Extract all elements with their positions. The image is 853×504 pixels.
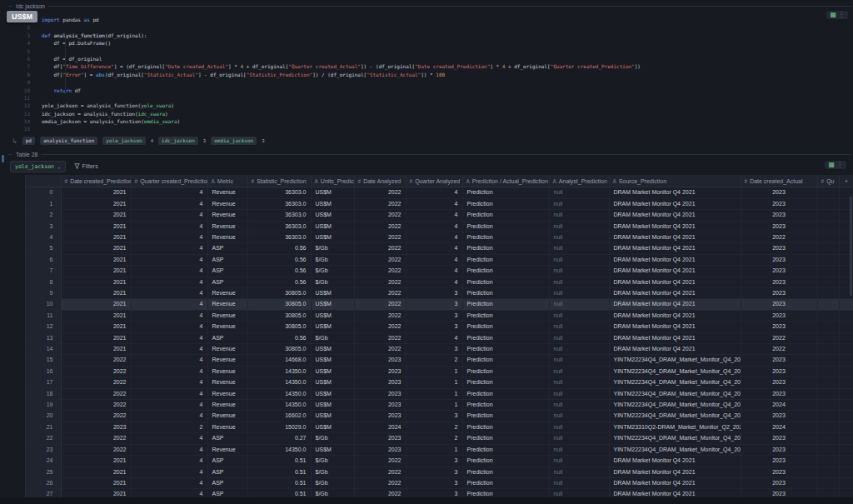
code-line[interactable]: 12yole_jackson = analysis_function(yole_… <box>8 102 853 109</box>
table-cell: 2022 <box>354 243 406 254</box>
output-variable-chip[interactable]: omdia_jackson <box>211 137 257 145</box>
table-row[interactable]: 1320214ASP0.56$/Gb20224PredictionnullDRA… <box>26 332 853 343</box>
cell-actions[interactable]: ▦ ⋮ <box>826 11 848 19</box>
output-variable-chip[interactable]: idc_jackson <box>158 137 198 145</box>
table-row[interactable]: 420214Revenue36303.0US$M20224Predictionn… <box>26 232 853 242</box>
table-row[interactable]: 2420214ASP0.51$/Gb20223PredictionnullDRA… <box>26 456 853 467</box>
column-header[interactable]: AUnits_Prediction <box>311 175 354 187</box>
table-actions[interactable]: ▦ ⋮ <box>825 161 846 169</box>
code-editor[interactable]: 1import pandas as pd23def analysis_funct… <box>8 9 853 133</box>
column-header-label: Date created_Actual <box>750 178 802 184</box>
table-cell: DRAM Market Monitor Q4 2021 <box>609 467 741 477</box>
code-line[interactable]: 7 df["Time Difference"] = (df_original["… <box>8 62 853 70</box>
column-header[interactable]: #Quarter created_Prediction <box>131 175 207 187</box>
table-row[interactable]: 1720224Revenue14350.0US$M20231Prediction… <box>26 377 853 388</box>
column-header[interactable]: #Date created_Actual <box>741 175 817 187</box>
table-cell: DRAM Market Monitor Q4 2021 <box>609 277 741 287</box>
table-row[interactable]: 220214Revenue36303.0US$M20224Predictionn… <box>26 210 853 221</box>
code-line[interactable]: 15 <box>8 125 853 132</box>
column-header[interactable]: APrediction / Actual_Prediction <box>462 175 549 187</box>
table-row[interactable]: 1620224Revenue14350.0US$M20231Prediction… <box>26 366 853 377</box>
row-index: 14 <box>26 344 61 355</box>
table-row[interactable]: 1220214Revenue30805.0US$M20223Prediction… <box>26 322 853 332</box>
table-cell: 1 <box>406 400 462 411</box>
table-row[interactable]: 1820224Revenue14350.0US$M20231Prediction… <box>26 388 853 399</box>
table-cell: 2023 <box>741 366 817 377</box>
table-row[interactable]: 2320224Revenue14350.0US$M20231Prediction… <box>26 444 853 455</box>
code-line[interactable]: 8 df["Error"] = abs(df_original["Statist… <box>8 71 853 78</box>
table-cell: 2021 <box>61 322 131 332</box>
row-index: 2 <box>26 210 61 221</box>
table-row[interactable]: 1420214Revenue30805.0US$M20223Prediction… <box>26 344 853 355</box>
table-cell: 2021 <box>61 198 131 209</box>
table-row[interactable]: 520214ASP0.56$/Gb20224PredictionnullDRAM… <box>26 243 853 254</box>
table-row[interactable]: 1920224Revenue14350.0US$M20231Prediction… <box>26 400 853 411</box>
table-cell: ASP <box>207 477 247 488</box>
table-cell: Revenue <box>207 322 247 332</box>
code-line[interactable]: 4 df = pd.DataFrame() <box>8 39 853 47</box>
code-line[interactable]: 10 return df <box>8 87 853 94</box>
column-header[interactable]: #Statistic_Prediction <box>247 175 311 187</box>
column-header[interactable]: AMetric <box>207 175 247 187</box>
add-column-button[interactable]: + <box>839 175 853 187</box>
table-row[interactable]: 720214ASP0.56$/Gb20224PredictionnullDRAM… <box>26 266 853 277</box>
code-line[interactable]: 9 <box>8 78 853 86</box>
table-cell: 0.56 <box>247 266 311 277</box>
table-row[interactable]: 620214ASP0.56$/Gb20224PredictionnullDRAM… <box>26 254 853 265</box>
table-cell: 2022 <box>354 322 406 332</box>
table-cell: Prediction <box>462 477 549 488</box>
table-cell: 2022 <box>61 366 131 377</box>
dataframe-selector[interactable]: yole_jackson ⌄ <box>10 161 66 172</box>
table-row[interactable]: 2520214ASP0.51$/Gb20223PredictionnullDRA… <box>26 467 853 477</box>
table-cell: null <box>549 355 609 366</box>
table-row[interactable]: 020214Revenue36303.0US$M20224Predictionn… <box>26 187 853 198</box>
column-header[interactable]: #Date created_Prediction <box>61 175 131 187</box>
table-cell: US$M <box>311 355 354 366</box>
code-line[interactable]: 5 <box>8 47 853 55</box>
table-cell: 1 <box>406 366 462 377</box>
table-row[interactable]: 2220224ASP0.27$/Gb20232PredictionnullYIN… <box>26 433 853 444</box>
table-menu-icon[interactable]: ⋮ <box>836 162 843 168</box>
table-row[interactable]: 820214ASP0.56$/Gb20224PredictionnullDRAM… <box>26 277 853 287</box>
table-row[interactable]: 2020224Revenue16602.0US$M20233Prediction… <box>26 411 853 422</box>
table-row[interactable]: 320214Revenue36303.0US$M20224Predictionn… <box>26 221 853 232</box>
table-row[interactable]: 920214Revenue30805.0US$M20223Predictionn… <box>26 288 853 299</box>
table-row[interactable]: 2120232Revenue15029.0US$M20242Prediction… <box>26 422 853 432</box>
table-cell: US$M <box>311 366 354 377</box>
column-header[interactable]: ASource_Prediction <box>609 175 741 187</box>
column-header[interactable]: #Date Analyzed <box>354 175 406 187</box>
code-line[interactable]: 11 <box>8 94 853 102</box>
column-header[interactable]: #Quarter Analyzed <box>406 175 462 187</box>
cell-menu-icon[interactable]: ⋮ <box>838 12 845 18</box>
table-row[interactable]: 1520224Revenue14668.0US$M20232Prediction… <box>26 355 853 366</box>
table-cell: 2021 <box>61 456 131 467</box>
output-variable-chip[interactable]: analysis_function <box>40 137 97 145</box>
column-header[interactable]: AAnalyst_Prediction <box>549 175 609 187</box>
code-line[interactable]: 14omdia_jackson = analysis_function(omdi… <box>8 117 853 125</box>
table-cell: null <box>549 377 609 388</box>
code-line[interactable]: 3def analysis_function(df_original): <box>8 32 853 39</box>
table-cell: Prediction <box>462 332 549 343</box>
table-row[interactable]: 1120214Revenue30805.0US$M20223Prediction… <box>26 310 853 321</box>
table-row[interactable]: 120214Revenue36303.0US$M20224Predictionn… <box>26 198 853 209</box>
table-cell: 2023 <box>741 467 817 477</box>
vertical-scrollbar[interactable] <box>850 196 852 296</box>
line-number: 5 <box>8 47 42 55</box>
output-variable-chip[interactable]: yole_jackson <box>102 137 145 145</box>
table-cell: 4 <box>131 210 207 221</box>
table-cell: 2023 <box>741 299 817 310</box>
table-row[interactable]: 2620214ASP0.51$/Gb20223PredictionnullDRA… <box>26 477 853 488</box>
filters-button[interactable]: Filters <box>74 163 98 169</box>
table-cell: 2022 <box>354 344 406 355</box>
output-variable-chip[interactable]: pd <box>22 137 35 145</box>
code-line[interactable]: 1import pandas as pd <box>8 16 853 23</box>
table-row[interactable]: 1020214Revenue30805.0US$M20223Prediction… <box>26 299 853 310</box>
table-cell: ASP <box>207 254 247 265</box>
code-line[interactable]: 6 df = df_original <box>8 55 853 62</box>
table-cell: US$M <box>311 198 354 209</box>
code-text: df["Time Difference"] = (df_original["Da… <box>42 62 641 70</box>
code-line[interactable]: 2 <box>8 23 853 31</box>
table-cell: null <box>549 243 609 254</box>
code-line[interactable]: 13idc_jackson = analysis_function(idc_sw… <box>8 110 853 117</box>
column-header[interactable]: #Qu <box>817 175 839 187</box>
